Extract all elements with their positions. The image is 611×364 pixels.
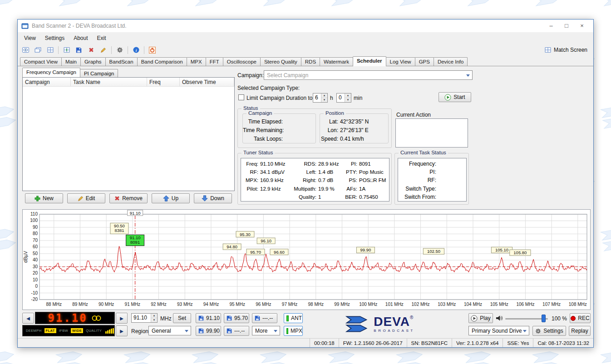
remove-button[interactable]: Remove [109, 193, 148, 203]
more-select[interactable]: More [252, 326, 280, 335]
minimize-button[interactable]: – [543, 20, 559, 32]
tab-gps[interactable]: GPS [415, 57, 434, 66]
statusbar-cell-2: SN: BS2N81FC [407, 339, 452, 347]
tab-bandscan[interactable]: BandScan [105, 57, 138, 66]
preset-button-2-2[interactable]: ---.-- [224, 326, 249, 336]
tab-band-comparison[interactable]: Band Comparison [137, 57, 187, 66]
mpx-led-icon [286, 328, 288, 334]
settings-icon[interactable] [114, 45, 125, 55]
up-button[interactable]: Up [152, 193, 190, 203]
set-button[interactable]: Set [173, 313, 191, 323]
down-button[interactable]: Down [194, 193, 232, 203]
sound-driver-select[interactable]: Primary Sound Driver [468, 326, 529, 335]
tab-stereo-quality[interactable]: Stereo Quality [260, 57, 301, 66]
power-icon[interactable] [147, 45, 158, 55]
tab-rds[interactable]: RDS [301, 57, 320, 66]
tab-scheduler[interactable]: Scheduler [353, 56, 386, 66]
tuner-value-2-0: 160.9 kHz [260, 176, 290, 184]
current-task-groupbox: Current Task Status Frequency:PI:RF:Swit… [394, 153, 469, 205]
y-tick-label: 30 [33, 264, 38, 269]
bandscan-chart[interactable]: 1101009080706050403020100-10-2088 MHz89 … [22, 209, 591, 310]
subtab-pi-campaign[interactable]: PI Campaign [80, 69, 118, 77]
campaign-table[interactable]: CampaignTask NameFreqObserve Time [22, 77, 235, 191]
match-screen-icon[interactable] [61, 45, 72, 55]
tune-down-button[interactable]: ◀ [22, 313, 34, 324]
campaign-select[interactable]: Select Campaign [264, 70, 473, 80]
hours-stepper[interactable]: 6 ▲▼ [313, 93, 328, 103]
volume-slider-handle[interactable] [542, 315, 546, 322]
toolbar-separator [111, 46, 112, 54]
tab-graphs[interactable]: Graphs [80, 57, 106, 66]
tuner-value-0-2: 8091 [359, 160, 390, 168]
task-value-1 [438, 168, 466, 176]
current-action-box [395, 118, 468, 148]
tab-compact-view[interactable]: Compact View [20, 57, 62, 66]
minutes-stepper[interactable]: 0 ▲▼ [336, 93, 351, 103]
replay-label: Replay [571, 328, 588, 334]
menu-view[interactable]: View [20, 33, 40, 43]
spinner-arrows-icon[interactable]: ▲▼ [151, 314, 157, 322]
limit-duration-checkbox[interactable] [238, 94, 244, 100]
seek-up-button[interactable]: ▶ [116, 325, 128, 336]
spinner-arrows-icon[interactable]: ▲▼ [345, 93, 351, 102]
campaign-table-header: CampaignTask NameFreqObserve Time [23, 78, 234, 87]
spinner-arrows-icon[interactable]: ▲▼ [321, 93, 327, 102]
tune-up-button[interactable]: ▶ [116, 313, 128, 324]
delete-icon[interactable] [85, 45, 97, 55]
campaign-select-value: Select Campaign [267, 72, 308, 79]
tab-mpx[interactable]: MPX [187, 57, 206, 66]
tab-log-view[interactable]: Log View [386, 57, 415, 66]
tab-watermark[interactable]: Watermark [320, 57, 353, 66]
play-button[interactable]: Play [468, 313, 493, 323]
tab-main[interactable]: Main [61, 57, 81, 66]
edit-button[interactable]: Edit [67, 193, 105, 203]
edit-icon[interactable] [98, 45, 109, 55]
settings-button[interactable]: Settings [532, 326, 566, 336]
tile-windows-icon[interactable] [44, 45, 56, 55]
task-label-0: Frequency: [398, 160, 438, 168]
preset-button-1-3[interactable]: ---.-- [252, 313, 277, 323]
cascade-windows-icon[interactable] [32, 45, 44, 55]
info-icon[interactable]: i [130, 45, 142, 55]
tab-fft[interactable]: FFT [206, 57, 223, 66]
mpx-button[interactable]: MPX [284, 326, 303, 336]
compact-view-icon[interactable] [20, 45, 31, 55]
frequency-spinner[interactable]: 91.10 ▲▼ [131, 313, 158, 323]
match-screen-button[interactable]: Match Screen [541, 46, 591, 54]
volume-slider[interactable] [505, 314, 548, 323]
volume-percent-label: 100 % [552, 315, 567, 322]
menu-exit[interactable]: Exit [93, 33, 111, 43]
menu-settings[interactable]: Settings [40, 33, 69, 43]
x-tick-label: 101 MHz [385, 302, 404, 307]
rec-button[interactable]: REC [570, 313, 591, 323]
ant-button[interactable]: ANT [284, 313, 303, 323]
region-select[interactable]: General [148, 326, 191, 335]
replay-button[interactable]: Replay [569, 326, 591, 336]
subtab-frequency-campaign[interactable]: Frequency Campaign [22, 68, 80, 77]
save-icon[interactable] [73, 45, 84, 55]
menu-about[interactable]: About [69, 33, 92, 43]
y-tick-label: 110 [30, 212, 38, 216]
lcd-indicator-quality: QUALITY [86, 329, 102, 333]
play-circle-icon [444, 94, 451, 101]
preset-button-1-1[interactable]: 91.10 [196, 313, 221, 323]
preset-value: 99.90 [206, 328, 220, 334]
close-button[interactable]: × [574, 20, 590, 32]
campaign-table-body[interactable] [23, 87, 234, 191]
logo-deva-text: DEVA [374, 315, 410, 329]
bandscan-spectrum-svg[interactable]: 1101009080706050403020100-10-2088 MHz89 … [23, 210, 590, 310]
watermark-logo [55, 348, 88, 364]
maximize-button[interactable]: □ [559, 20, 574, 32]
tab-device-info[interactable]: Device Info [434, 57, 468, 66]
new-button[interactable]: New [25, 193, 63, 203]
y-tick-label: -20 [31, 297, 38, 302]
svg-text:96.60: 96.60 [274, 250, 285, 255]
quality-bars-icon [105, 328, 114, 334]
tab-oscilloscope[interactable]: Oscilloscope [223, 57, 261, 66]
preset-button-2-1[interactable]: 99.90 [196, 326, 221, 336]
watermark-logo [395, 0, 428, 9]
watermark-logo [600, 0, 611, 9]
start-button[interactable]: Start [439, 92, 471, 102]
preset-button-1-2[interactable]: 95.70 [224, 313, 249, 323]
save-icon [227, 328, 232, 334]
